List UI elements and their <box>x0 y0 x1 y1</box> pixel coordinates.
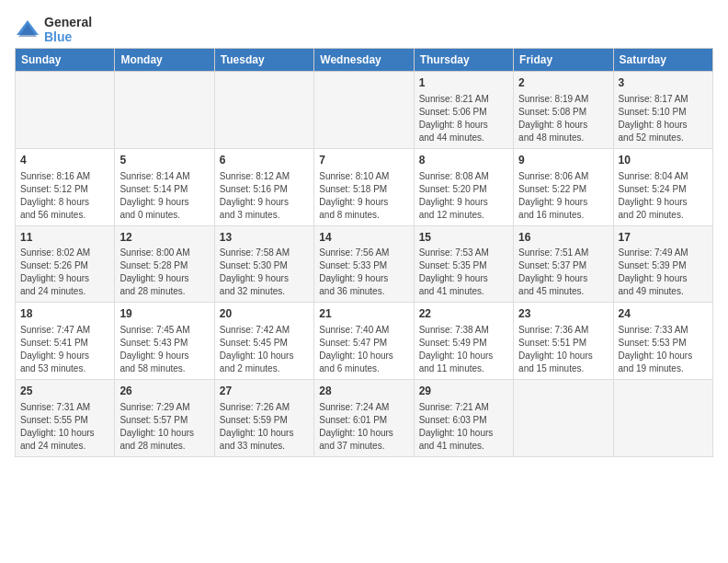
day-number: 15 <box>419 230 508 246</box>
day-number: 12 <box>119 230 209 246</box>
calendar-cell: 23Sunrise: 7:36 AM Sunset: 5:51 PM Dayli… <box>514 303 613 380</box>
day-number: 5 <box>119 153 209 168</box>
day-info: Sunrise: 7:38 AM Sunset: 5:49 PM Dayligh… <box>419 324 508 375</box>
day-info: Sunrise: 7:45 AM Sunset: 5:43 PM Dayligh… <box>119 324 209 375</box>
calendar-cell: 10Sunrise: 8:04 AM Sunset: 5:24 PM Dayli… <box>613 148 712 225</box>
column-header-sunday: Sunday <box>16 49 115 72</box>
day-info: Sunrise: 7:40 AM Sunset: 5:47 PM Dayligh… <box>319 324 408 375</box>
day-number: 11 <box>20 230 109 246</box>
day-number: 22 <box>419 306 508 322</box>
day-info: Sunrise: 8:14 AM Sunset: 5:14 PM Dayligh… <box>119 170 209 222</box>
calendar-week-4: 18Sunrise: 7:47 AM Sunset: 5:41 PM Dayli… <box>16 303 713 380</box>
day-number: 17 <box>619 230 708 246</box>
calendar-cell: 19Sunrise: 7:45 AM Sunset: 5:43 PM Dayli… <box>115 303 214 380</box>
day-number: 23 <box>518 306 608 322</box>
calendar-week-2: 4Sunrise: 8:16 AM Sunset: 5:12 PM Daylig… <box>16 148 713 225</box>
page-header: General Blue <box>15 15 713 44</box>
day-info: Sunrise: 7:42 AM Sunset: 5:45 PM Dayligh… <box>220 324 309 375</box>
day-info: Sunrise: 8:19 AM Sunset: 5:08 PM Dayligh… <box>518 93 608 144</box>
day-number: 7 <box>319 153 408 168</box>
day-info: Sunrise: 8:17 AM Sunset: 5:10 PM Dayligh… <box>619 93 708 144</box>
logo-icon <box>15 18 40 40</box>
column-header-tuesday: Tuesday <box>214 49 313 72</box>
day-info: Sunrise: 7:53 AM Sunset: 5:35 PM Dayligh… <box>419 247 508 298</box>
column-header-saturday: Saturday <box>613 49 712 72</box>
day-info: Sunrise: 7:24 AM Sunset: 6:01 PM Dayligh… <box>319 401 408 453</box>
day-info: Sunrise: 7:47 AM Sunset: 5:41 PM Dayligh… <box>20 324 109 375</box>
day-number: 29 <box>419 384 508 399</box>
calendar-cell: 17Sunrise: 7:49 AM Sunset: 5:39 PM Dayli… <box>613 225 712 303</box>
day-number: 3 <box>619 75 708 91</box>
day-number: 26 <box>119 384 209 399</box>
calendar-cell: 6Sunrise: 8:12 AM Sunset: 5:16 PM Daylig… <box>214 148 313 225</box>
column-header-monday: Monday <box>115 49 214 72</box>
calendar-cell: 3Sunrise: 8:17 AM Sunset: 5:10 PM Daylig… <box>613 72 712 149</box>
calendar-cell: 5Sunrise: 8:14 AM Sunset: 5:14 PM Daylig… <box>115 148 214 225</box>
calendar-cell: 24Sunrise: 7:33 AM Sunset: 5:53 PM Dayli… <box>613 303 712 380</box>
day-number: 24 <box>619 306 708 322</box>
calendar-cell <box>514 380 613 457</box>
day-info: Sunrise: 7:31 AM Sunset: 5:55 PM Dayligh… <box>20 401 109 453</box>
day-info: Sunrise: 7:51 AM Sunset: 5:37 PM Dayligh… <box>518 247 608 298</box>
day-info: Sunrise: 8:06 AM Sunset: 5:22 PM Dayligh… <box>518 170 608 222</box>
day-info: Sunrise: 8:00 AM Sunset: 5:28 PM Dayligh… <box>119 247 209 298</box>
calendar-cell: 22Sunrise: 7:38 AM Sunset: 5:49 PM Dayli… <box>414 303 513 380</box>
day-number: 19 <box>119 306 209 322</box>
day-info: Sunrise: 8:16 AM Sunset: 5:12 PM Dayligh… <box>20 170 109 222</box>
logo-text: General Blue <box>44 15 92 44</box>
calendar-week-1: 1Sunrise: 8:21 AM Sunset: 5:06 PM Daylig… <box>16 72 713 149</box>
calendar-cell: 20Sunrise: 7:42 AM Sunset: 5:45 PM Dayli… <box>214 303 313 380</box>
day-info: Sunrise: 7:58 AM Sunset: 5:30 PM Dayligh… <box>220 247 309 298</box>
calendar-cell: 18Sunrise: 7:47 AM Sunset: 5:41 PM Dayli… <box>16 303 115 380</box>
day-number: 18 <box>20 306 109 322</box>
day-number: 28 <box>319 384 408 399</box>
calendar-cell: 1Sunrise: 8:21 AM Sunset: 5:06 PM Daylig… <box>414 72 513 149</box>
calendar-cell: 25Sunrise: 7:31 AM Sunset: 5:55 PM Dayli… <box>16 380 115 457</box>
calendar-header-row: SundayMondayTuesdayWednesdayThursdayFrid… <box>16 49 713 72</box>
day-number: 25 <box>20 384 109 399</box>
calendar-week-3: 11Sunrise: 8:02 AM Sunset: 5:26 PM Dayli… <box>16 225 713 303</box>
day-info: Sunrise: 8:21 AM Sunset: 5:06 PM Dayligh… <box>419 93 508 144</box>
calendar-cell <box>115 72 214 149</box>
day-number: 21 <box>319 306 408 322</box>
logo: General Blue <box>15 15 92 44</box>
calendar-cell: 4Sunrise: 8:16 AM Sunset: 5:12 PM Daylig… <box>16 148 115 225</box>
calendar-cell: 29Sunrise: 7:21 AM Sunset: 6:03 PM Dayli… <box>414 380 513 457</box>
day-info: Sunrise: 8:12 AM Sunset: 5:16 PM Dayligh… <box>220 170 309 222</box>
day-info: Sunrise: 8:08 AM Sunset: 5:20 PM Dayligh… <box>419 170 508 222</box>
day-info: Sunrise: 7:21 AM Sunset: 6:03 PM Dayligh… <box>419 401 508 453</box>
calendar-cell <box>214 72 313 149</box>
day-number: 16 <box>518 230 608 246</box>
calendar-cell: 27Sunrise: 7:26 AM Sunset: 5:59 PM Dayli… <box>214 380 313 457</box>
calendar-cell: 9Sunrise: 8:06 AM Sunset: 5:22 PM Daylig… <box>514 148 613 225</box>
calendar-cell: 15Sunrise: 7:53 AM Sunset: 5:35 PM Dayli… <box>414 225 513 303</box>
day-number: 13 <box>220 230 309 246</box>
calendar-cell: 2Sunrise: 8:19 AM Sunset: 5:08 PM Daylig… <box>514 72 613 149</box>
calendar-cell: 26Sunrise: 7:29 AM Sunset: 5:57 PM Dayli… <box>115 380 214 457</box>
day-number: 9 <box>518 153 608 168</box>
calendar-cell: 12Sunrise: 8:00 AM Sunset: 5:28 PM Dayli… <box>115 225 214 303</box>
calendar-cell: 11Sunrise: 8:02 AM Sunset: 5:26 PM Dayli… <box>16 225 115 303</box>
day-number: 20 <box>220 306 309 322</box>
day-number: 4 <box>20 153 109 168</box>
calendar-week-5: 25Sunrise: 7:31 AM Sunset: 5:55 PM Dayli… <box>16 380 713 457</box>
day-info: Sunrise: 7:36 AM Sunset: 5:51 PM Dayligh… <box>518 324 608 375</box>
calendar-cell: 7Sunrise: 8:10 AM Sunset: 5:18 PM Daylig… <box>314 148 414 225</box>
day-number: 1 <box>419 75 508 91</box>
day-info: Sunrise: 7:29 AM Sunset: 5:57 PM Dayligh… <box>119 401 209 453</box>
day-info: Sunrise: 7:33 AM Sunset: 5:53 PM Dayligh… <box>619 324 708 375</box>
calendar-cell: 28Sunrise: 7:24 AM Sunset: 6:01 PM Dayli… <box>314 380 414 457</box>
column-header-friday: Friday <box>514 49 613 72</box>
day-number: 6 <box>220 153 309 168</box>
calendar-cell: 13Sunrise: 7:58 AM Sunset: 5:30 PM Dayli… <box>214 225 313 303</box>
calendar-cell <box>16 72 115 149</box>
calendar-table: SundayMondayTuesdayWednesdayThursdayFrid… <box>15 48 713 457</box>
day-number: 27 <box>220 384 309 399</box>
day-number: 14 <box>319 230 408 246</box>
column-header-wednesday: Wednesday <box>314 49 414 72</box>
day-number: 10 <box>619 153 708 168</box>
calendar-cell: 16Sunrise: 7:51 AM Sunset: 5:37 PM Dayli… <box>514 225 613 303</box>
day-number: 8 <box>419 153 508 168</box>
calendar-cell: 21Sunrise: 7:40 AM Sunset: 5:47 PM Dayli… <box>314 303 414 380</box>
day-info: Sunrise: 8:10 AM Sunset: 5:18 PM Dayligh… <box>319 170 408 222</box>
